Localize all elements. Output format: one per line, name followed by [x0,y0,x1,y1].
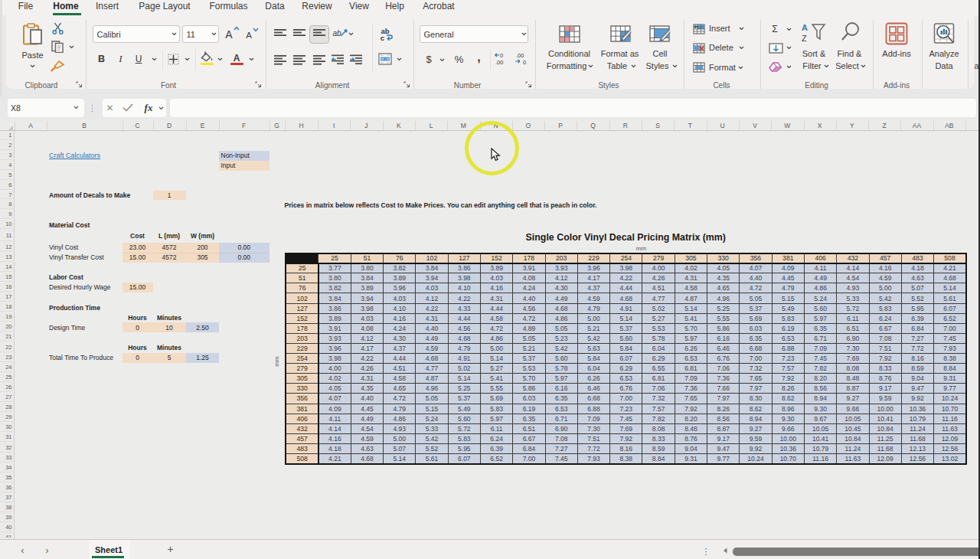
svg-text:Z: Z [802,34,807,43]
svg-text:0: 0 [523,59,526,66]
svg-text:.00: .00 [495,59,503,66]
svg-text:A: A [802,23,808,32]
